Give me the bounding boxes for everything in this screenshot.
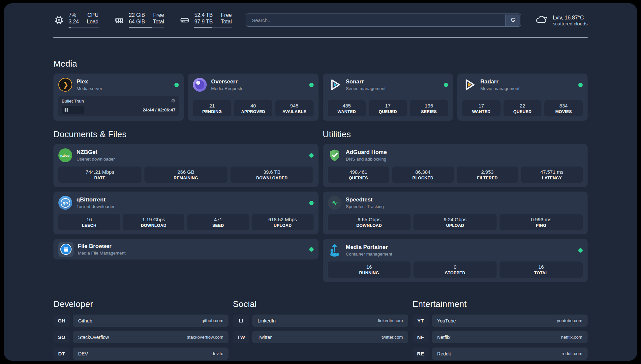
service-name: Media Portainer xyxy=(346,244,392,251)
service-description: Media server xyxy=(76,86,102,91)
portainer-icon xyxy=(328,243,342,257)
cpu-icon xyxy=(53,15,65,26)
service-card-speedtest[interactable]: Speedtest Speedtest Tracking 9.65 Gbps D… xyxy=(323,192,588,234)
bookmark-abbr: DT xyxy=(53,348,70,360)
bookmark-url: dev.to xyxy=(212,351,224,356)
bookmark-dev[interactable]: DT DEV dev.to xyxy=(53,348,229,360)
bookmark-abbr: SO xyxy=(53,331,70,343)
service-card-plex[interactable]: ❯ Plex Media server Bullet Train ⚙ xyxy=(53,74,184,121)
bookmark-url: linkedin.com xyxy=(378,318,403,323)
service-card-portainer[interactable]: Media Portainer Container management 16 … xyxy=(323,239,588,282)
bookmark-stackoverflow[interactable]: SO StackOverflow stackoverflow.com xyxy=(53,331,229,343)
memory-progress-bar xyxy=(129,27,164,28)
service-description: Torrent downloader xyxy=(76,204,115,209)
search-provider-button[interactable]: G xyxy=(505,15,520,26)
plex-now-playing: Bullet Train ⚙ 24:44 / 02:06:47 xyxy=(58,96,179,116)
cpu-label: CPU xyxy=(87,12,99,18)
disk-progress-bar xyxy=(194,27,232,28)
bookmark-group-developer: Developer GH Github github.com SO StackO… xyxy=(53,299,229,360)
section-title-media: Media xyxy=(53,59,588,69)
disk-free-value: 52.4 TB xyxy=(194,12,213,18)
bookmark-url: stackoverflow.com xyxy=(187,335,223,340)
player-settings-icon[interactable]: ⚙ xyxy=(171,98,175,104)
stat-movies: 834 MOVIES xyxy=(544,100,583,116)
section-title-social: Social xyxy=(233,299,408,309)
stat-rate: 744.21 Mbps RATE xyxy=(58,167,141,183)
resource-widgets: 7% 3.24 CPU Load xyxy=(53,12,232,28)
nzbget-icon: nzbget xyxy=(58,148,72,162)
plex-icon: ❯ xyxy=(58,78,72,92)
stat-blocked: 86,384 BLOCKED xyxy=(392,167,454,183)
bookmark-name: YouTube xyxy=(437,318,456,323)
sonarr-icon xyxy=(328,78,342,92)
memory-total-label: Total xyxy=(153,18,164,25)
status-dot xyxy=(174,83,179,87)
stat-latency: 47.571 ms LATENCY xyxy=(521,167,583,183)
service-name: Sonarr xyxy=(346,78,386,85)
bookmark-name: StackOverflow xyxy=(78,335,109,340)
status-dot xyxy=(309,83,314,87)
stat-series: 196 SERIES xyxy=(410,100,448,116)
disk-total-value: 97.9 TB xyxy=(194,18,213,25)
stat-download: 9.65 Gbps DOWNLOAD xyxy=(328,214,411,230)
bookmark-reddit[interactable]: RE Reddit reddit.com xyxy=(412,348,588,360)
service-card-qbittorrent[interactable]: qb qBittorrent Torrent downloader 16 LEE… xyxy=(53,192,319,234)
bookmark-name: LinkedIn xyxy=(258,318,276,323)
playback-progress-bar[interactable]: 24:44 / 02:06:47 xyxy=(62,106,175,114)
stat-ping: 0.993 ms PING xyxy=(500,214,583,230)
stat-wanted: 17 WANTED xyxy=(462,100,501,116)
disk-total-label: Total xyxy=(221,18,232,25)
stat-remaining: 266 GB REMAINING xyxy=(144,167,228,183)
bookmark-name: Github xyxy=(78,318,92,323)
service-card-overseerr[interactable]: Overseerr Media Requests 21 PENDING 40 A… xyxy=(188,74,318,121)
weather-condition: scattered clouds xyxy=(553,21,588,26)
stat-leech: 16 LEECH xyxy=(58,214,120,230)
service-name: Speedtest xyxy=(346,197,384,203)
service-name: Radarr xyxy=(480,78,520,85)
weather-location: Lviv, 16.87°C xyxy=(553,14,588,21)
radarr-icon xyxy=(462,78,476,92)
cpu-usage-value: 7% xyxy=(69,12,79,18)
bookmark-youtube[interactable]: YT YouTube youtube.com xyxy=(412,315,588,327)
playback-time: 24:44 / 02:06:47 xyxy=(142,107,175,112)
bookmark-url: youtube.com xyxy=(557,318,582,323)
search-input[interactable] xyxy=(246,14,521,27)
service-name: NZBGet xyxy=(76,149,115,156)
service-card-adguard[interactable]: AdGuard Home DNS and adblocking 498,461 … xyxy=(323,144,588,187)
service-name: Plex xyxy=(76,78,102,85)
overseerr-icon xyxy=(193,78,207,92)
speedtest-icon xyxy=(328,196,342,210)
stat-running: 16 RUNNING xyxy=(328,261,411,278)
stat-stopped: 0 STOPPED xyxy=(413,261,497,278)
service-card-sonarr[interactable]: Sonarr Series management 485 WANTED 17 Q… xyxy=(323,74,453,121)
bookmark-netflix[interactable]: NF Netflix netflix.com xyxy=(412,331,588,343)
bookmark-url: twitter.com xyxy=(382,335,403,340)
bookmark-url: github.com xyxy=(201,318,223,323)
service-description: Media Requests xyxy=(211,86,243,91)
disk-free-label: Free xyxy=(221,12,232,18)
service-description: Speedtest Tracking xyxy=(346,204,384,209)
bookmark-name: Reddit xyxy=(437,351,451,356)
service-description: Usenet downloader xyxy=(76,157,115,162)
service-card-filebrowser[interactable]: File Browser Media File Management xyxy=(53,239,319,259)
stat-filtered: 2,953 FILTERED xyxy=(457,167,518,183)
bookmark-abbr: TW xyxy=(233,331,249,343)
adguard-icon xyxy=(328,148,342,162)
service-card-radarr[interactable]: Radarr Movie management 17 WANTED 22 QUE… xyxy=(457,74,588,121)
pause-icon[interactable] xyxy=(65,108,66,112)
stat-queued: 22 QUEUED xyxy=(504,100,542,116)
bookmark-linkedin[interactable]: LI LinkedIn linkedin.com xyxy=(233,315,408,327)
section-title-developer: Developer xyxy=(53,299,229,309)
cpu-progress-bar xyxy=(69,27,99,28)
dashboard: 7% 3.24 CPU Load xyxy=(4,3,637,361)
bookmark-name: Netflix xyxy=(437,335,450,340)
stat-queries: 498,461 QUERIES xyxy=(328,167,389,183)
weather-widget: Lviv, 16.87°C scattered clouds xyxy=(535,14,588,26)
service-card-nzbget[interactable]: nzbget NZBGet Usenet downloader 744.21 M… xyxy=(53,144,319,187)
playback-progress-fill xyxy=(62,106,84,114)
status-dot xyxy=(578,248,583,253)
bookmark-twitter[interactable]: TW Twitter twitter.com xyxy=(233,331,408,343)
service-description: Series management xyxy=(346,86,386,91)
bookmark-github[interactable]: GH Github github.com xyxy=(53,315,229,327)
stat-download: 1.19 Gbps DOWNLOAD xyxy=(123,214,185,230)
